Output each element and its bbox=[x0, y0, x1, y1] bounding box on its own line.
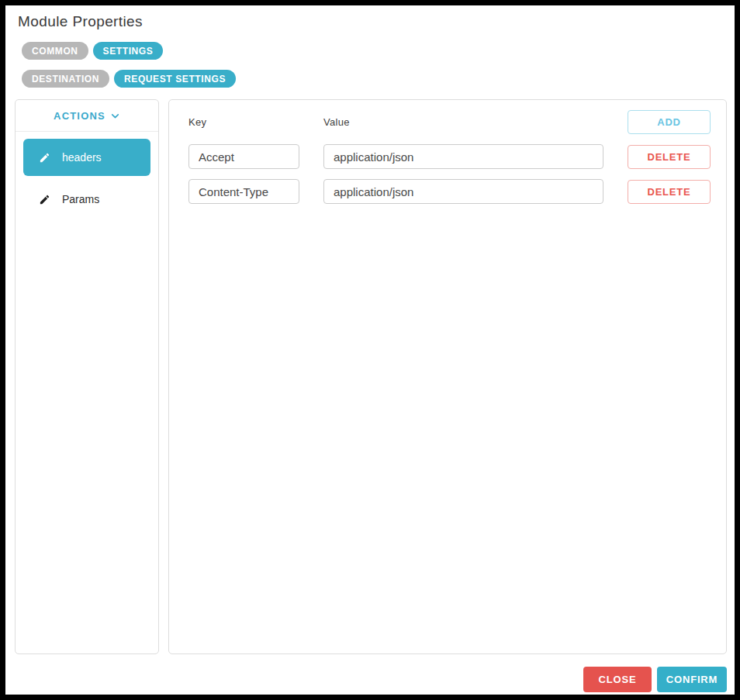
tab-settings[interactable]: SETTINGS bbox=[93, 42, 164, 60]
header-key-input[interactable] bbox=[188, 144, 299, 169]
tab-row-secondary: DESTINATION REQUEST SETTINGS bbox=[22, 70, 727, 88]
actions-sidebar: ACTIONS headers Params bbox=[15, 99, 159, 654]
delete-row-button[interactable]: DELETE bbox=[628, 145, 711, 169]
dialog-footer: CLOSE CONFIRM bbox=[15, 667, 727, 692]
tab-destination[interactable]: DESTINATION bbox=[22, 70, 109, 88]
tab-request-settings[interactable]: REQUEST SETTINGS bbox=[114, 70, 236, 88]
table-row: DELETE bbox=[188, 179, 711, 204]
table-header-row: Key Value ADD bbox=[188, 110, 711, 134]
table-row: DELETE bbox=[188, 144, 711, 169]
delete-row-button[interactable]: DELETE bbox=[628, 180, 711, 204]
actions-dropdown-label: ACTIONS bbox=[54, 110, 105, 122]
actions-dropdown[interactable]: ACTIONS bbox=[16, 100, 158, 132]
tab-row-primary: COMMON SETTINGS bbox=[22, 42, 727, 60]
pencil-icon bbox=[39, 194, 50, 205]
sidebar-item-headers[interactable]: headers bbox=[23, 139, 150, 176]
content-panels: ACTIONS headers Params Key Value ADD bbox=[15, 99, 727, 654]
header-value-input[interactable] bbox=[323, 144, 603, 169]
chevron-down-icon bbox=[110, 111, 120, 121]
value-column-header: Value bbox=[323, 116, 628, 128]
tab-common[interactable]: COMMON bbox=[22, 42, 88, 60]
header-value-input[interactable] bbox=[323, 179, 603, 204]
pencil-icon bbox=[39, 152, 50, 164]
sidebar-item-list: headers Params bbox=[16, 132, 158, 222]
page-title: Module Properties bbox=[18, 13, 727, 30]
sidebar-item-label: headers bbox=[62, 151, 102, 164]
module-properties-dialog: Module Properties COMMON SETTINGS DESTIN… bbox=[5, 5, 735, 695]
key-column-header: Key bbox=[188, 116, 323, 128]
sidebar-item-label: Params bbox=[62, 193, 99, 205]
header-key-input[interactable] bbox=[188, 179, 299, 204]
request-settings-panel: Key Value ADD DELETE DELETE bbox=[168, 99, 727, 654]
close-button[interactable]: CLOSE bbox=[583, 667, 652, 692]
confirm-button[interactable]: CONFIRM bbox=[657, 667, 727, 692]
sidebar-item-params[interactable]: Params bbox=[23, 184, 150, 215]
header-rows: DELETE DELETE bbox=[188, 144, 711, 204]
add-button[interactable]: ADD bbox=[628, 110, 711, 134]
